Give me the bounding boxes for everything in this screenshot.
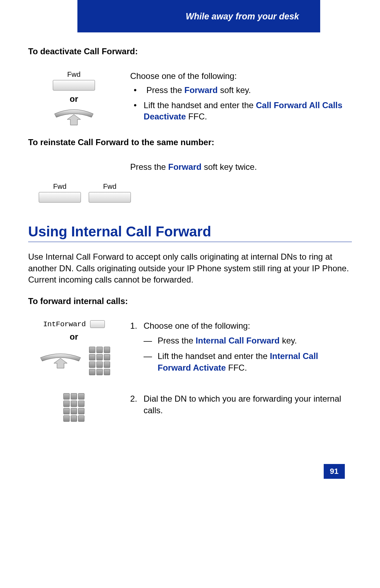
- bullet-item: Lift the handset and enter the Call Forw…: [130, 100, 352, 123]
- intforward-softkey-icon: [90, 320, 105, 328]
- fwd-softkey-label: Fwd: [103, 182, 116, 191]
- step-number: 2.: [130, 393, 144, 416]
- step-item: 1. Choose one of the following: Press th…: [130, 320, 352, 378]
- or-text: or: [70, 94, 78, 104]
- step2-row: 2. Dial the DN to which you are forwardi…: [28, 393, 352, 422]
- deactivate-text: Choose one of the following: Press the F…: [130, 70, 352, 127]
- keypad-icon: [63, 393, 84, 422]
- step2-text: 2. Dial the DN to which you are forwardi…: [130, 393, 352, 422]
- reinstate-text: Press the Forward soft key twice.: [130, 161, 352, 173]
- step1-intro: Choose one of the following:: [144, 320, 352, 332]
- page-content: To deactivate Call Forward: Fwd or Choos…: [0, 32, 380, 422]
- forward-key-text: Forward: [184, 85, 218, 95]
- page-number-badge: 91: [324, 464, 345, 479]
- reinstate-row: Press the Forward soft key twice. Fwd Fw…: [28, 161, 352, 203]
- forward-key-text: Forward: [168, 162, 202, 172]
- handset-keypad-block: [38, 347, 110, 375]
- deactivate-icons: Fwd or: [28, 70, 120, 127]
- icf-key-text: Internal Call Forward: [196, 336, 280, 345]
- fwd-softkey-group: Fwd: [39, 182, 81, 203]
- reinstate-label: To reinstate Call Forward to the same nu…: [28, 137, 352, 147]
- deactivate-bullets: Press the Forward soft key. Lift the han…: [130, 85, 352, 122]
- fwd-pair: Fwd Fwd: [39, 182, 352, 203]
- step-list: 1. Choose one of the following: Press th…: [130, 320, 352, 378]
- fwd-softkey-label: Fwd: [53, 182, 66, 191]
- intro-paragraph: Use Internal Call Forward to accept only…: [28, 251, 352, 285]
- header-banner: While away from your desk: [77, 0, 320, 32]
- step-list: 2. Dial the DN to which you are forwardi…: [130, 393, 352, 416]
- or-text: or: [70, 332, 78, 342]
- step2-body: Dial the DN to which you are forwarding …: [144, 393, 352, 416]
- bullet-item: Press the Forward soft key.: [130, 85, 352, 96]
- fwd-softkey-group: Fwd: [89, 182, 131, 203]
- deactivate-intro: Choose one of the following:: [130, 70, 352, 82]
- fwd-softkey-icon: [53, 80, 95, 91]
- deactivate-label: To deactivate Call Forward:: [28, 47, 352, 56]
- step2-icons: [28, 393, 120, 422]
- forward-internal-label: To forward internal calls:: [28, 296, 352, 306]
- step1-text: 1. Choose one of the following: Press th…: [130, 320, 352, 383]
- header-title: While away from your desk: [186, 11, 299, 21]
- deactivate-row: Fwd or Choose one of the following: Pres…: [28, 70, 352, 127]
- fwd-softkey-group: Fwd: [53, 70, 95, 91]
- intforward-label: IntForward: [43, 320, 86, 328]
- fwd-softkey-icon: [89, 192, 131, 203]
- step-item: 2. Dial the DN to which you are forwardi…: [130, 393, 352, 416]
- step1-row: IntForward or 1.: [28, 320, 352, 383]
- lift-handset-icon: [38, 352, 83, 370]
- step1-icons: IntForward or: [28, 320, 120, 383]
- footer: 91: [0, 464, 380, 493]
- intforward-key: IntForward: [43, 320, 104, 328]
- step-number: 1.: [130, 320, 144, 378]
- fwd-softkey-label: Fwd: [67, 70, 81, 79]
- step1-dashes: Press the Internal Call Forward key. Lif…: [144, 335, 352, 373]
- fwd-softkey-icon: [39, 192, 81, 203]
- lift-handset-icon: [51, 107, 97, 127]
- dash-item: Lift the handset and enter the Internal …: [144, 351, 352, 373]
- dash-item: Press the Internal Call Forward key.: [144, 335, 352, 346]
- keypad-icon: [89, 347, 110, 375]
- section-heading: Using Internal Call Forward: [28, 224, 352, 242]
